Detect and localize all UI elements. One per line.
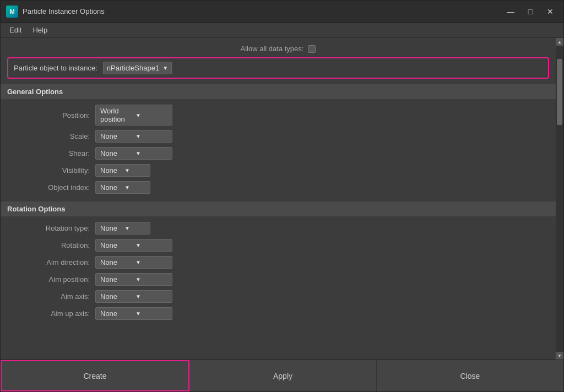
shear-dropdown[interactable]: None ▼	[95, 147, 172, 160]
apply-button[interactable]: Apply	[189, 360, 377, 391]
allow-all-label: Allow all data types:	[241, 45, 304, 53]
visibility-value: None	[100, 166, 121, 175]
main-window: M Particle Instancer Options — □ ✕ Edit …	[0, 0, 564, 392]
particle-object-dropdown[interactable]: nParticleShape1 ▼	[103, 62, 172, 74]
position-row: Position: World position ▼	[7, 102, 549, 128]
rotation-options-header: Rotation Options	[1, 202, 556, 216]
rotation-type-dropdown-arrow: ▼	[124, 225, 145, 231]
title-bar: M Particle Instancer Options — □ ✕	[1, 1, 563, 23]
aim-axis-dropdown-arrow: ▼	[135, 293, 167, 300]
app-icon: M	[6, 6, 18, 18]
particle-object-value: nParticleShape1	[107, 64, 159, 72]
aim-position-dropdown-arrow: ▼	[135, 276, 167, 282]
rotation-type-dropdown[interactable]: None ▼	[95, 222, 150, 235]
rotation-type-row: Rotation type: None ▼	[7, 220, 549, 237]
aim-axis-row: Aim axis: None ▼	[7, 288, 549, 305]
menu-bar: Edit Help	[1, 23, 563, 38]
scrollbar[interactable]: ▲ ▼	[556, 38, 563, 360]
rotation-type-value: None	[100, 224, 121, 232]
scale-dropdown[interactable]: None ▼	[95, 130, 172, 143]
aim-up-axis-value: None	[100, 309, 132, 318]
particle-object-dropdown-arrow: ▼	[162, 65, 168, 71]
object-index-value: None	[100, 183, 121, 192]
scrollbar-down-arrow[interactable]: ▼	[556, 352, 563, 360]
scale-dropdown-arrow: ▼	[135, 133, 167, 139]
object-index-dropdown-arrow: ▼	[124, 184, 145, 190]
particle-object-label: Particle object to instance:	[14, 64, 97, 72]
object-index-row: Object index: None ▼	[7, 179, 549, 196]
scale-row: Scale: None ▼	[7, 128, 549, 145]
window-controls: — □ ✕	[503, 6, 558, 18]
aim-direction-dropdown-arrow: ▼	[135, 259, 167, 265]
close-button[interactable]: Close	[377, 360, 563, 391]
scrollable-area: Allow all data types: Particle object to…	[1, 38, 563, 360]
aim-axis-value: None	[100, 292, 132, 301]
aim-position-label: Aim position:	[7, 275, 95, 284]
visibility-label: Visibility:	[7, 166, 95, 175]
scale-value: None	[100, 132, 132, 140]
aim-direction-value: None	[100, 258, 132, 266]
minimize-button[interactable]: —	[503, 6, 518, 18]
aim-position-dropdown[interactable]: None ▼	[95, 273, 172, 286]
scrollbar-thumb[interactable]	[557, 59, 562, 125]
scrollbar-up-arrow[interactable]: ▲	[556, 38, 563, 46]
shear-dropdown-arrow: ▼	[135, 150, 167, 156]
general-options-header: General Options	[1, 84, 556, 99]
aim-axis-dropdown[interactable]: None ▼	[95, 290, 172, 303]
aim-direction-row: Aim direction: None ▼	[7, 254, 549, 271]
shear-value: None	[100, 149, 132, 157]
visibility-row: Visibility: None ▼	[7, 162, 549, 179]
object-index-label: Object index:	[7, 183, 95, 192]
close-window-button[interactable]: ✕	[543, 6, 558, 18]
position-value: World position	[100, 107, 132, 123]
aim-up-axis-dropdown[interactable]: None ▼	[95, 307, 172, 320]
options-panel: Allow all data types: Particle object to…	[1, 38, 556, 360]
menu-edit[interactable]: Edit	[5, 25, 26, 35]
position-dropdown-arrow: ▼	[135, 112, 167, 118]
maximize-button[interactable]: □	[523, 6, 538, 18]
content-area: Allow all data types: Particle object to…	[1, 38, 563, 391]
aim-position-row: Aim position: None ▼	[7, 271, 549, 288]
aim-up-axis-dropdown-arrow: ▼	[135, 311, 167, 317]
rotation-label: Rotation:	[7, 241, 95, 249]
window-title: Particle Instancer Options	[23, 7, 503, 15]
object-index-dropdown[interactable]: None ▼	[95, 181, 150, 194]
shear-label: Shear:	[7, 149, 95, 157]
aim-up-axis-row: Aim up axis: None ▼	[7, 305, 549, 322]
visibility-dropdown-arrow: ▼	[124, 167, 145, 173]
shear-row: Shear: None ▼	[7, 145, 549, 162]
visibility-dropdown[interactable]: None ▼	[95, 164, 150, 177]
aim-direction-label: Aim direction:	[7, 258, 95, 266]
create-button[interactable]: Create	[1, 360, 189, 391]
allow-all-row: Allow all data types:	[7, 42, 549, 57]
rotation-dropdown-arrow: ▼	[135, 242, 167, 248]
scale-label: Scale:	[7, 132, 95, 140]
aim-axis-label: Aim axis:	[7, 292, 95, 301]
rotation-dropdown[interactable]: None ▼	[95, 239, 172, 252]
aim-direction-dropdown[interactable]: None ▼	[95, 256, 172, 269]
bottom-buttons: Create Apply Close	[1, 360, 563, 391]
rotation-type-label: Rotation type:	[7, 224, 95, 232]
menu-help[interactable]: Help	[28, 25, 52, 35]
aim-up-axis-label: Aim up axis:	[7, 309, 95, 318]
allow-all-checkbox[interactable]	[308, 45, 316, 53]
particle-object-row: Particle object to instance: nParticleSh…	[7, 57, 549, 79]
aim-position-value: None	[100, 275, 132, 284]
rotation-value: None	[100, 241, 132, 249]
position-dropdown[interactable]: World position ▼	[95, 105, 172, 126]
rotation-row: Rotation: None ▼	[7, 237, 549, 254]
position-label: Position:	[7, 111, 95, 119]
